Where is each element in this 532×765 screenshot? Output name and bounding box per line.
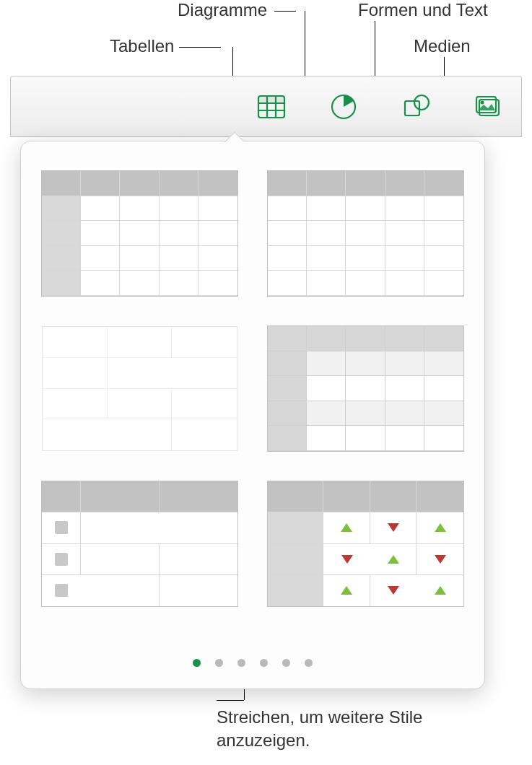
table-styles-grid bbox=[41, 170, 464, 607]
table-icon bbox=[256, 92, 287, 122]
leader bbox=[179, 47, 221, 48]
leader bbox=[274, 11, 296, 12]
toolbar-insert-group bbox=[254, 89, 505, 124]
tables-button[interactable] bbox=[254, 89, 289, 124]
callout-media-label: Medien bbox=[414, 36, 471, 56]
triangle-up-icon bbox=[435, 586, 446, 595]
screenshot-canvas: Tabellen Diagramme Formen und Text Medie… bbox=[0, 0, 532, 765]
media-button[interactable] bbox=[471, 89, 505, 124]
triangle-up-icon bbox=[341, 586, 352, 595]
triangle-up-icon bbox=[341, 523, 352, 532]
page-indicator bbox=[21, 659, 484, 667]
page-dot[interactable] bbox=[215, 659, 223, 667]
triangle-up-icon bbox=[388, 555, 399, 564]
triangle-up-icon bbox=[435, 523, 446, 532]
table-style-option[interactable] bbox=[267, 170, 464, 297]
callout-tables-label: Tabellen bbox=[110, 36, 174, 56]
checkbox-icon bbox=[55, 521, 68, 534]
table-style-option[interactable] bbox=[267, 325, 464, 452]
charts-button[interactable] bbox=[326, 89, 361, 124]
page-dot[interactable] bbox=[260, 659, 268, 667]
checkbox-icon bbox=[55, 584, 68, 597]
leader bbox=[217, 700, 244, 701]
page-dot[interactable] bbox=[193, 659, 201, 667]
page-dot[interactable] bbox=[305, 659, 313, 667]
svg-rect-5 bbox=[258, 96, 284, 102]
triangle-down-icon bbox=[388, 523, 399, 532]
table-style-option[interactable] bbox=[41, 325, 238, 452]
table-styles-popover bbox=[20, 141, 485, 689]
pie-chart-icon bbox=[328, 92, 359, 122]
triangle-down-icon bbox=[388, 586, 399, 595]
swipe-hint-label: Streichen, um weitere Stile anzuzeigen. bbox=[217, 706, 505, 753]
toolbar bbox=[10, 76, 522, 137]
popover-arrow bbox=[224, 132, 243, 142]
checkbox-icon bbox=[55, 553, 68, 566]
svg-point-11 bbox=[481, 101, 484, 105]
callout-shapes-label: Formen und Text bbox=[358, 0, 488, 20]
triangle-down-icon bbox=[435, 555, 446, 564]
table-style-option[interactable] bbox=[267, 481, 464, 607]
table-style-option[interactable] bbox=[41, 170, 238, 297]
page-dot[interactable] bbox=[237, 659, 245, 667]
shapes-button[interactable] bbox=[398, 89, 433, 124]
triangle-down-icon bbox=[341, 555, 353, 564]
page-dot[interactable] bbox=[282, 659, 290, 667]
svg-point-8 bbox=[414, 95, 429, 110]
table-style-option[interactable] bbox=[41, 481, 238, 607]
callout-charts-label: Diagramme bbox=[178, 0, 267, 20]
shape-icon bbox=[401, 92, 431, 122]
image-icon bbox=[473, 92, 503, 122]
